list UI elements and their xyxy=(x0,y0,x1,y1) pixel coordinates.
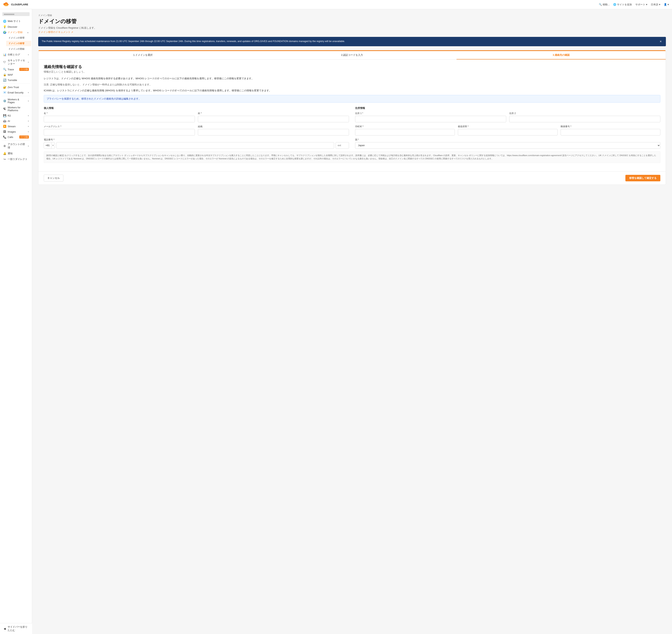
alert-close-button[interactable]: × xyxy=(659,40,663,44)
personal-info-column: 個人情報 名 * 姓 * xyxy=(44,107,349,151)
step-2-label: 2.認証コードを入力 xyxy=(341,53,363,56)
address-row: 住所 1 * 住所 2 xyxy=(355,112,661,122)
sidebar-item-security-center[interactable]: 🛡 セキュリティセンター ▾ xyxy=(1,57,31,67)
address1-input[interactable] xyxy=(355,116,506,122)
sidebar-item-images[interactable]: 🖼 Images ▾ xyxy=(1,129,31,134)
sidebar-item-email-security[interactable]: 📧 Email Security ▾ xyxy=(1,90,31,95)
last-name-input[interactable] xyxy=(198,116,349,122)
support-chevron: ▾ xyxy=(646,3,647,6)
form-note: 注意: 正確な情報を提供しないと、ドメイン登録が一時停止または削除される可能性が… xyxy=(44,83,661,86)
form-title: 連絡先情報を確認する xyxy=(44,64,661,69)
chevron-down-icon: ▾ xyxy=(28,145,29,147)
phone-ext-input[interactable] xyxy=(336,142,349,149)
state-group: 都道府県 * xyxy=(458,125,558,136)
state-label: 都道府県 * xyxy=(458,125,558,128)
sidebar-item-notifications[interactable]: 🔔 通知 xyxy=(1,150,31,156)
sidebar-item-r2[interactable]: 💾 R2 ▾ xyxy=(1,113,31,118)
main-layout: xxxxxxxxxx 🌐 Web サイト 💡 Discover 🌍 ドメイン登録… xyxy=(0,9,672,634)
phone-prefix-arrow[interactable]: ▾ xyxy=(51,144,55,146)
chevron-down-icon: ▾ xyxy=(28,120,29,122)
main-content: ドメイン登録 ドメインの移管 ドメイン登録を Cloudflare Regist… xyxy=(32,9,672,634)
search-button[interactable]: 🔍 移動... xyxy=(599,3,610,6)
sidebar-item-zero-trust[interactable]: 🔐 Zero Trust xyxy=(1,85,31,90)
email-row: メールアドレス * 組織 xyxy=(44,125,349,136)
submit-button[interactable]: 移管を確認して確定する xyxy=(625,175,661,181)
chevron-down-icon: ▾ xyxy=(28,131,29,133)
sidebar-item-label: アカウントの管理 xyxy=(8,143,26,149)
country-group: 国 * Japan xyxy=(355,138,661,149)
sidebar-item-domain-register[interactable]: ドメインの登録 xyxy=(6,46,31,52)
phone-row: 電話番号 * +81 ▾ xyxy=(44,138,349,149)
docs-link[interactable]: ドメイン移管のドキュメント ↗ xyxy=(38,30,666,34)
sidebar-item-domain-management[interactable]: ドメインの管理 xyxy=(6,35,31,41)
sidebar-item-label: Trace xyxy=(8,68,17,71)
org-input[interactable] xyxy=(198,129,349,136)
sidebar-item-calls[interactable]: 📞 Calls ベータ版 xyxy=(1,134,31,140)
first-name-group: 名 * xyxy=(44,112,195,122)
sidebar-item-label: ドメインの登録 xyxy=(8,47,29,51)
first-name-input[interactable] xyxy=(44,116,195,122)
sidebar-item-label: 分析とログ xyxy=(8,53,26,56)
state-input[interactable] xyxy=(458,129,558,136)
images-icon: 🖼 xyxy=(3,130,6,133)
account-selector[interactable]: xxxxxxxxxx xyxy=(0,11,32,18)
step-3[interactable]: 3.連絡先の確認 xyxy=(457,51,666,60)
name-row: 名 * 姓 * xyxy=(44,112,349,122)
phone-input[interactable] xyxy=(56,142,334,149)
logo-text: CLOUDFLARE xyxy=(11,3,28,6)
zip-input[interactable] xyxy=(561,129,661,136)
sidebar: xxxxxxxxxx 🌐 Web サイト 💡 Discover 🌍 ドメイン登録… xyxy=(0,9,32,634)
sidebar-item-trace[interactable]: 🔍 Trace ベータ版 xyxy=(1,67,31,72)
sidebar-item-turnstile[interactable]: 🔄 Turnstile xyxy=(1,77,31,83)
sidebar-item-label: Web サイト xyxy=(8,20,29,23)
address-info-column: 住所情報 住所 1 * 住所 2 xyxy=(355,107,661,151)
external-link-icon: ↗ xyxy=(71,31,73,33)
sidebar-item-discover[interactable]: 💡 Discover xyxy=(1,24,31,29)
breadcrumb: ドメイン登録 xyxy=(38,14,666,17)
step-1-label: 1.ドメインを選択 xyxy=(133,53,153,56)
discover-icon: 💡 xyxy=(3,25,6,28)
sidebar-item-workers-pages[interactable]: ⚙️ Workers & Pages ▾ xyxy=(1,97,31,105)
sidebar-item-workers-platforms[interactable]: 🏗 Workers for Platforms xyxy=(1,105,31,113)
sidebar-item-websites[interactable]: 🌐 Web サイト xyxy=(1,18,31,24)
sidebar-item-domain-transfer[interactable]: ドメインの移管 xyxy=(6,41,31,46)
sidebar-item-bulk-redirect[interactable]: ↪ 一括リダイレクト xyxy=(1,156,31,162)
address2-input[interactable] xyxy=(509,116,661,122)
sidebar-item-stream[interactable]: ▶️ Stream ▾ xyxy=(1,124,31,129)
step-1[interactable]: 1.ドメインを選択 xyxy=(39,51,247,60)
add-site-button[interactable]: 🌐 サイトを追加 xyxy=(613,3,632,6)
country-select[interactable]: Japan xyxy=(355,142,661,149)
phone-prefix-container[interactable]: +81 ▾ xyxy=(44,142,55,149)
cloudflare-logo[interactable]: CLOUDFLARE xyxy=(3,2,28,7)
cancel-button[interactable]: キャンセル xyxy=(44,175,64,182)
phone-input-row: +81 ▾ xyxy=(44,142,349,149)
search-icon: 🔍 xyxy=(599,3,602,6)
sidebar-item-waf[interactable]: 🔒 WAF xyxy=(1,72,31,77)
calls-icon: 📞 xyxy=(3,136,6,139)
sidebar-item-domain-registration[interactable]: 🌍 ドメイン登録 ▲ xyxy=(1,29,31,35)
collapse-sidebar-button[interactable]: ◀ サイドバーを折りたたむ xyxy=(1,623,31,634)
sidebar-item-ai[interactable]: 🤖 AI ▾ xyxy=(1,118,31,124)
sidebar-item-analytics[interactable]: 📊 分析とログ ▾ xyxy=(1,52,31,57)
support-button[interactable]: サポート ▾ xyxy=(635,3,647,6)
notifications-icon: 🔔 xyxy=(3,152,6,155)
beta-badge-calls: ベータ版 xyxy=(19,136,29,139)
security-icon: 🛡 xyxy=(3,61,6,64)
step-3-label: 3.連絡先の確認 xyxy=(553,53,570,56)
sidebar-item-account-mgmt[interactable]: ⚙ アカウントの管理 ▾ xyxy=(1,141,31,150)
city-input[interactable] xyxy=(355,129,455,136)
user-button[interactable]: 👤 ▾ xyxy=(664,3,669,6)
address1-group: 住所 1 * xyxy=(355,112,506,122)
sidebar-item-label: WAF xyxy=(8,73,29,76)
sidebar-divider xyxy=(2,84,30,84)
cloudflare-logo-icon xyxy=(3,2,10,7)
globe-icon: 🌐 xyxy=(613,3,616,6)
city-state-zip-row: 市町村 * 都道府県 * 郵便番号 * xyxy=(355,125,661,136)
language-button[interactable]: 日本語 ▾ xyxy=(651,3,661,6)
step-2[interactable]: 2.認証コードを入力 xyxy=(247,51,457,60)
user-icon: 👤 xyxy=(664,3,667,6)
sidebar-item-label: Calls xyxy=(8,136,17,139)
email-input[interactable] xyxy=(44,129,195,136)
phone-prefix-code: +81 xyxy=(44,142,51,148)
workers-icon: ⚙️ xyxy=(3,99,6,102)
